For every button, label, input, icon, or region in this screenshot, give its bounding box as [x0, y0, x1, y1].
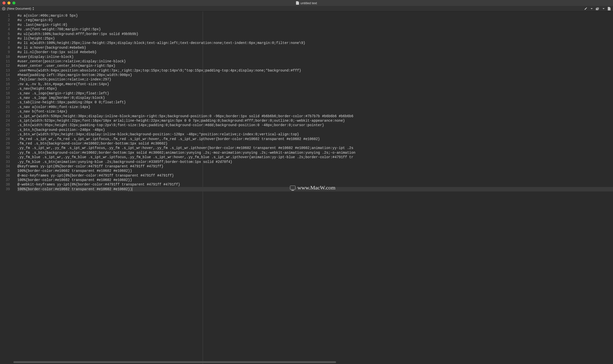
document-selector[interactable]: (New Document)	[7, 7, 34, 10]
line-number: 39	[0, 187, 10, 191]
code-line[interactable]: #u li a:hover{background:#ebebeb}	[17, 45, 613, 50]
code-line[interactable]: .s_btn{width:95px;height:32px;padding-to…	[17, 123, 613, 127]
line-number: 29	[0, 141, 10, 146]
line-number: 34	[0, 164, 10, 169]
code-line[interactable]: #u .reg{margin:0}	[17, 18, 613, 22]
line-number: 38	[0, 182, 10, 187]
line-number: 14	[0, 73, 10, 77]
line-number: 8	[0, 45, 10, 50]
code-line[interactable]: .s_btn_h{background-position:-240px -48p…	[17, 128, 613, 132]
line-number: 27	[0, 132, 10, 137]
svg-point-0	[3, 8, 4, 9]
line-number: 20	[0, 100, 10, 105]
line-number: 13	[0, 68, 10, 73]
close-button[interactable]	[2, 1, 5, 4]
line-number: 4	[0, 27, 10, 32]
code-line[interactable]: #u .last{margin-right:0}	[17, 23, 613, 27]
line-number: 31	[0, 150, 10, 155]
code-line[interactable]: .yy_fm .s_btn{background-color:#e10602;b…	[17, 150, 613, 155]
line-number: 6	[0, 36, 10, 41]
code-line[interactable]: .s_ipt{width:523px;height:22px;font:16px…	[17, 118, 613, 123]
line-number: 33	[0, 160, 10, 164]
line-number: 19	[0, 96, 10, 100]
code-line[interactable]: .s_nav .s_logo img{border:0;display:bloc…	[17, 96, 613, 100]
pencil-icon[interactable]	[584, 7, 587, 10]
text-cursor	[132, 187, 132, 191]
code-line[interactable]: #u li a{width:100%;height:25px;line-heig…	[17, 41, 613, 45]
code-line[interactable]: #u li.nl{border-top:1px solid #ebebeb}	[17, 50, 613, 54]
code-line[interactable]: #head{padding-left:35px;margin-bottom:20…	[17, 73, 613, 77]
line-number: 32	[0, 155, 10, 159]
line-number: 18	[0, 91, 10, 96]
document-icon[interactable]	[608, 7, 611, 10]
line-number: 17	[0, 86, 10, 91]
code-line[interactable]: .s_nav{height:45px}	[17, 86, 613, 91]
code-lines[interactable]: #u a{color:#00c;margin:0 5px}#u .reg{mar…	[12, 11, 613, 191]
line-number: 37	[0, 178, 10, 182]
code-line[interactable]: 100%{border-color:#e10602 transparent #e…	[17, 187, 613, 191]
code-line[interactable]: .yy_fm_blue .s_btn{animation:yunying-blu…	[17, 160, 613, 164]
line-number: 26	[0, 128, 10, 132]
window-title-text: untitled text	[301, 1, 317, 5]
code-line[interactable]: #u a{color:#00c;margin:0 5px}	[17, 13, 613, 18]
code-line[interactable]: .fm{clear:both;position:relative;z-index…	[17, 77, 613, 82]
line-number: 2	[0, 18, 10, 22]
editor[interactable]: 1234567891011121314151617181920212223242…	[0, 11, 613, 364]
code-line[interactable]: .userMenu{width:64px;position:absolute;r…	[17, 68, 613, 73]
chevron-down-icon[interactable]	[602, 7, 605, 10]
code-line[interactable]: #user_center{position:relative;display:i…	[17, 59, 613, 64]
code-line[interactable]: .fm_red .s_btn{background-color:#e10602;…	[17, 141, 613, 146]
line-number: 12	[0, 64, 10, 68]
line-number: 15	[0, 77, 10, 82]
line-number: 28	[0, 137, 10, 141]
line-number: 22	[0, 109, 10, 114]
code-line[interactable]: @keyframes yy-ipt{0%{border-color:#4791f…	[17, 164, 613, 169]
minimize-button[interactable]	[7, 1, 10, 4]
line-number: 35	[0, 169, 10, 173]
code-line[interactable]: 100%{border-color:#e10602 transparent #e…	[17, 178, 613, 182]
code-line[interactable]: .fm_red .s_ipt_wr,.fm_red .s_ipt_wr.iptf…	[17, 137, 613, 141]
code-line[interactable]: #u ul{width:100%;background:#fff;border:…	[17, 32, 613, 36]
code-line[interactable]: .s_btn_wr{width:97px;height:34px;display…	[17, 132, 613, 137]
line-number: 16	[0, 82, 10, 86]
line-number: 24	[0, 118, 10, 123]
code-line[interactable]: 100%{border-color:#e10602 transparent #e…	[17, 169, 613, 173]
document-file-icon	[296, 1, 299, 5]
scrollbar-thumb[interactable]	[13, 361, 336, 363]
code-area[interactable]: #u a{color:#00c;margin:0 5px}#u .reg{mar…	[12, 11, 613, 364]
line-number: 25	[0, 123, 10, 127]
code-line[interactable]: .s_nav a{color:#00c;font-size:14px}	[17, 105, 613, 109]
line-number: 9	[0, 50, 10, 54]
code-line[interactable]: #u li{height:25px}	[17, 36, 613, 41]
stack-icon[interactable]	[596, 7, 599, 10]
line-number: 11	[0, 59, 10, 64]
code-line[interactable]: .s_tab{line-height:18px;padding:20px 0 0…	[17, 100, 613, 105]
svg-rect-2	[597, 7, 599, 9]
code-line[interactable]: .nv a,.nv b,.btn,#page,#more{font-size:1…	[17, 82, 613, 86]
line-number: 7	[0, 41, 10, 45]
line-number: 23	[0, 114, 10, 118]
traffic-lights	[0, 1, 15, 4]
code-line[interactable]: @-moz-keyframes yy-ipt{0%{border-color:#…	[17, 173, 613, 178]
code-line[interactable]: @-webkit-keyframes yy-ipt{0%{border-colo…	[17, 182, 613, 187]
line-number: 3	[0, 23, 10, 27]
line-number: 1	[0, 13, 10, 18]
code-line[interactable]: #user_center .user_center_btn{margin-rig…	[17, 64, 613, 68]
window-titlebar: untitled text	[0, 0, 613, 6]
document-selector-label: (New Document)	[7, 7, 31, 10]
code-line[interactable]: .s_nav .s_logo{margin-right:20px;float:l…	[17, 91, 613, 96]
window-title: untitled text	[296, 1, 317, 5]
maximize-button[interactable]	[12, 1, 15, 4]
code-line[interactable]: .s_ipt_wr{width:536px;height:30px;displa…	[17, 114, 613, 118]
line-number: 36	[0, 173, 10, 178]
code-line[interactable]: #u .un{font-weight:700;margin-right:5px}	[17, 27, 613, 32]
line-number: 5	[0, 32, 10, 36]
code-line[interactable]: #user{display:inline-block}	[17, 55, 613, 59]
code-line[interactable]: .yy_fm .s_ipt_wr,.yy_fm .s_ipt_wr.iptfoc…	[17, 146, 613, 150]
code-line[interactable]: .yy_fm_blue .s_ipt_wr,.yy_fm_blue .s_ipt…	[17, 155, 613, 159]
gear-icon[interactable]	[2, 7, 5, 10]
code-line[interactable]: .s_nav b{font-size:14px}	[17, 109, 613, 114]
horizontal-scrollbar[interactable]	[13, 361, 611, 363]
chevron-down-icon[interactable]	[590, 7, 593, 10]
toolbar: (New Document)	[0, 6, 613, 11]
